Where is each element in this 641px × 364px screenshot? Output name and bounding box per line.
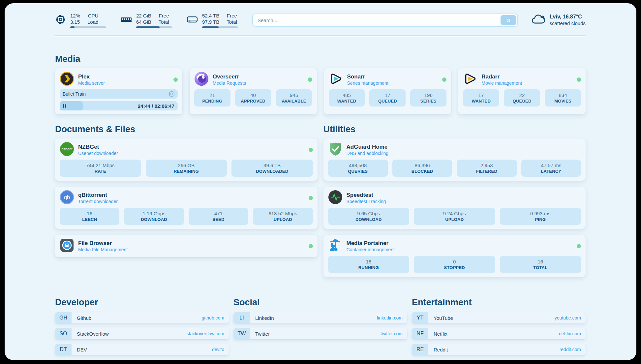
nzbget-icon: nzbget <box>60 142 74 158</box>
stat-tile: 2,953 FILTERED <box>457 160 516 177</box>
stat-tile: 1.19 Gbps DOWNLOAD <box>124 208 184 225</box>
dashboard-page: 12% 3.15 CPU Load <box>5 3 636 360</box>
playback-progress: 24:44 / 02:06:47 <box>60 101 178 110</box>
stat-tile: 266 GB REMAINING <box>146 160 227 177</box>
bookmark-group-entertainment: Entertainment YT YouTube youtube.com NF … <box>412 297 586 355</box>
stat-tile: 945 AVAILABLE <box>276 89 312 106</box>
stat-value: 21 <box>209 92 215 98</box>
stat-tile: 47.57 ms LATENCY <box>521 160 581 177</box>
bookmark-reddit[interactable]: RE Reddit reddit.com <box>412 344 586 355</box>
pause-icon <box>63 104 64 108</box>
status-dot <box>577 77 581 82</box>
header-divider <box>55 36 586 36</box>
stat-tile: 17 QUEUED <box>369 89 406 106</box>
search-provider-button[interactable]: G <box>501 15 516 25</box>
playback-time: 24:44 / 02:06:47 <box>138 101 174 110</box>
disk-label: Free <box>227 13 237 19</box>
plex-card[interactable]: Plex Media server Bullet Train <box>55 68 182 114</box>
ram-label2: Total <box>159 19 169 25</box>
bookmark-group-title: Entertainment <box>412 297 586 308</box>
service-subtitle: Container management <box>347 247 395 253</box>
stat-tile: 498,508 QUERIES <box>328 160 388 177</box>
sonarr-card[interactable]: Sonarr Series management 485 WANTED 17 Q… <box>324 68 451 114</box>
stat-tile: 0 STOPPED <box>414 256 495 273</box>
stat-tile: 9.24 Gbps UPLOAD <box>414 208 495 225</box>
bookmark-group-title: Developer <box>55 297 229 308</box>
stat-label: PENDING <box>202 98 222 104</box>
status-dot <box>308 77 312 82</box>
stat-tile: 39.6 TB DOWNLOADED <box>231 160 313 177</box>
status-dot <box>309 196 313 200</box>
bookmark-twitter[interactable]: TW Twitter twitter.com <box>233 328 407 339</box>
utilities-column: Utilities <box>323 124 586 277</box>
bookmark-github[interactable]: GH Github github.com <box>55 312 229 323</box>
status-dot <box>173 77 178 82</box>
service-title: File Browser <box>78 240 128 247</box>
documents-column: Documents & Files nzbget NZBGet Usenet d… <box>55 124 318 277</box>
disk-progressbar <box>202 26 238 28</box>
service-subtitle: Media Requests <box>213 80 246 86</box>
portainer-icon <box>328 238 343 254</box>
ram-label: Free <box>159 13 169 19</box>
speedtest-card[interactable]: Speedtest Speedtest Tracking 9.65 Gbps D… <box>323 187 586 229</box>
service-subtitle: Media File Management <box>78 247 128 253</box>
section-title-documents: Documents & Files <box>55 124 318 135</box>
bookmark-stackoverflow[interactable]: SO StackOverflow stackoverflow.com <box>55 328 229 339</box>
status-dot <box>309 148 313 152</box>
overseerr-icon <box>194 72 209 87</box>
service-subtitle: Speedtest Tracking <box>347 198 386 204</box>
bookmark-group-developer: Developer GH Github github.com SO StackO… <box>55 297 229 355</box>
stat-tile: 744.21 Mbps RATE <box>60 160 141 177</box>
stat-tile: 834 MOVIES <box>545 89 581 106</box>
status-dot <box>442 77 446 82</box>
weather-widget: Lviv, 16.87°C scattered clouds <box>531 14 586 27</box>
radarr-icon <box>463 72 477 87</box>
stat-tile: 40 APPROVED <box>235 89 271 106</box>
stat-tile: 16 LEECH <box>60 208 119 225</box>
stat-tile: 485 WANTED <box>329 89 365 106</box>
memory-icon <box>120 14 132 26</box>
stat-tile: 86,396 BLOCKED <box>392 160 452 177</box>
svg-text:qb: qb <box>64 195 70 200</box>
cpu-loadavg: 3.15 <box>70 19 80 25</box>
filebrowser-card[interactable]: File Browser Media File Management <box>55 235 318 257</box>
stat-tile: 196 SERIES <box>410 89 446 106</box>
adguard-card[interactable]: AdGuard Home DNS and adblocking 498,508 … <box>323 138 586 181</box>
bookmark-youtube[interactable]: YT YouTube youtube.com <box>412 312 586 323</box>
service-title: AdGuard Home <box>347 143 389 150</box>
service-title: qBittorrent <box>78 192 118 198</box>
top-bar: 12% 3.15 CPU Load <box>55 12 586 28</box>
disk-icon <box>186 14 198 26</box>
plex-icon <box>60 72 74 87</box>
service-title: Plex <box>78 73 105 80</box>
service-title: Overseerr <box>213 73 246 80</box>
disk-free: 52.4 TB <box>202 13 219 19</box>
service-subtitle: DNS and adblocking <box>347 150 389 156</box>
radarr-card[interactable]: Radarr Movie management 17 WANTED 22 QUE… <box>458 68 586 114</box>
bookmark-group-social: Social LI LinkedIn linkedin.com TW Twitt… <box>233 297 407 355</box>
disk-label2: Total <box>227 19 237 25</box>
stop-icon[interactable] <box>169 91 175 97</box>
search-input[interactable] <box>252 14 518 27</box>
bookmark-linkedin[interactable]: LI LinkedIn linkedin.com <box>233 312 407 323</box>
service-subtitle: Media server <box>78 80 105 86</box>
qbittorrent-card[interactable]: qb qBittorrent Torrent downloader 16 LEE… <box>55 187 318 229</box>
stat-tile: 0.993 ms PING <box>500 208 581 225</box>
portainer-card[interactable]: Media Portainer Container management 16 … <box>323 235 586 277</box>
section-title-media: Media <box>55 54 586 64</box>
status-dot <box>309 244 313 248</box>
stat-tile: 9.65 Gbps DOWNLOAD <box>328 208 410 225</box>
nzbget-card[interactable]: nzbget NZBGet Usenet downloader 744.21 M… <box>55 138 318 181</box>
ram-progressbar <box>136 26 172 28</box>
service-subtitle: Series management <box>347 80 388 86</box>
bookmark-netflix[interactable]: NF Netflix netflix.com <box>412 328 586 339</box>
cloud-icon <box>531 14 546 27</box>
bookmark-group-title: Social <box>233 297 407 308</box>
stat-tile: 471 SEED <box>189 208 248 225</box>
bookmark-dev[interactable]: DT DEV dev.to <box>55 344 229 355</box>
overseerr-card[interactable]: Overseerr Media Requests 21 PENDING 40 A… <box>190 68 317 114</box>
service-title: Sonarr <box>347 73 388 80</box>
service-subtitle: Usenet downloader <box>78 150 118 156</box>
service-subtitle: Movie management <box>481 80 522 86</box>
filebrowser-icon <box>60 238 74 254</box>
